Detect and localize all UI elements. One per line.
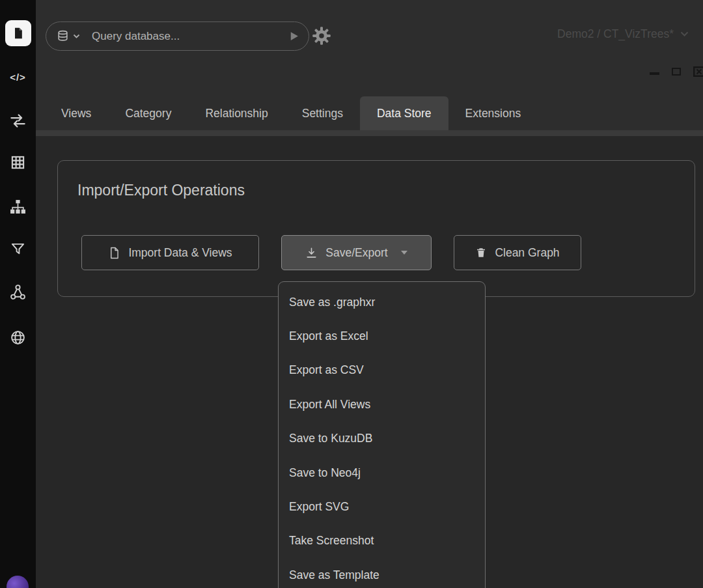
tab-views[interactable]: Views <box>44 96 108 130</box>
top-bar: Demo2 / CT_VizTrees* <box>36 0 703 96</box>
menu-item-export-excel[interactable]: Export as Excel <box>279 319 485 353</box>
network-graph-icon <box>10 284 26 300</box>
window-controls <box>650 66 703 77</box>
globe-icon <box>10 329 26 346</box>
swap-arrows-icon <box>9 112 27 130</box>
tab-relationship[interactable]: Relationship <box>188 96 284 130</box>
tab-bar: Views Category Relationship Settings Dat… <box>36 96 703 130</box>
maximize-icon[interactable] <box>672 68 681 76</box>
filter-icon <box>10 242 25 257</box>
chevron-down-icon <box>680 31 689 37</box>
project-document-button[interactable] <box>5 20 31 46</box>
table-panel-button[interactable] <box>0 149 36 175</box>
left-toolbar: </> <box>0 0 36 588</box>
menu-item-export-csv[interactable]: Export as CSV <box>279 354 485 387</box>
save-export-button[interactable]: Save/Export <box>281 235 432 270</box>
transform-panel-button[interactable] <box>0 107 36 133</box>
graphxr-window: </> <box>0 0 703 588</box>
data-store-panel: Import/Export Operations Import Data & V… <box>36 136 703 588</box>
filter-panel-button[interactable] <box>0 236 36 262</box>
project-selector[interactable]: Demo2 / CT_VizTrees* <box>557 27 689 41</box>
tab-category[interactable]: Category <box>108 96 188 130</box>
clean-graph-button[interactable]: Clean Graph <box>454 235 581 270</box>
project-name: Demo2 / CT_VizTrees* <box>557 27 674 41</box>
code-panel-button[interactable]: </> <box>0 64 36 90</box>
download-icon <box>305 247 318 259</box>
import-export-card: Import/Export Operations Import Data & V… <box>57 160 695 297</box>
import-data-views-button[interactable]: Import Data & Views <box>81 235 259 270</box>
tab-extensions[interactable]: Extensions <box>448 96 538 130</box>
menu-item-save-neo4j[interactable]: Save to Neo4j <box>279 456 485 490</box>
menu-item-save-graphxr[interactable]: Save as .graphxr <box>279 285 485 319</box>
save-export-menu: Save as .graphxr Export as Excel Export … <box>278 281 486 588</box>
menu-item-export-svg[interactable]: Export SVG <box>279 490 485 524</box>
dropdown-caret-icon <box>401 251 407 255</box>
query-input[interactable] <box>92 30 288 43</box>
document-icon <box>12 27 25 40</box>
hierarchy-panel-button[interactable] <box>0 193 36 219</box>
tab-data-store[interactable]: Data Store <box>360 96 448 130</box>
hierarchy-icon <box>10 199 26 215</box>
geo-panel-button[interactable] <box>0 324 36 350</box>
app-logo[interactable] <box>7 576 29 588</box>
section-title: Import/Export Operations <box>77 182 245 199</box>
gear-icon <box>312 26 333 46</box>
query-bar[interactable] <box>46 21 309 51</box>
menu-item-save-kuzudb[interactable]: Save to KuzuDB <box>279 422 485 456</box>
database-selector[interactable] <box>57 30 80 42</box>
minimize-icon[interactable] <box>650 68 659 75</box>
table-icon <box>10 155 25 170</box>
menu-item-export-views[interactable]: Export All Views <box>279 387 485 421</box>
tab-settings[interactable]: Settings <box>285 96 360 130</box>
trash-icon <box>475 247 487 259</box>
file-icon <box>108 247 120 259</box>
settings-gear-button[interactable] <box>312 26 333 47</box>
menu-item-take-screenshot[interactable]: Take Screenshot <box>279 524 485 558</box>
code-icon: </> <box>10 72 26 83</box>
play-icon <box>288 31 299 42</box>
chevron-down-icon <box>73 34 80 39</box>
graph-panel-button[interactable] <box>0 279 36 305</box>
tab-divider <box>36 130 703 136</box>
menu-item-save-template[interactable]: Save as Template <box>279 558 485 588</box>
database-icon <box>57 30 69 42</box>
close-icon[interactable] <box>693 66 703 77</box>
run-query-button[interactable] <box>288 31 299 42</box>
